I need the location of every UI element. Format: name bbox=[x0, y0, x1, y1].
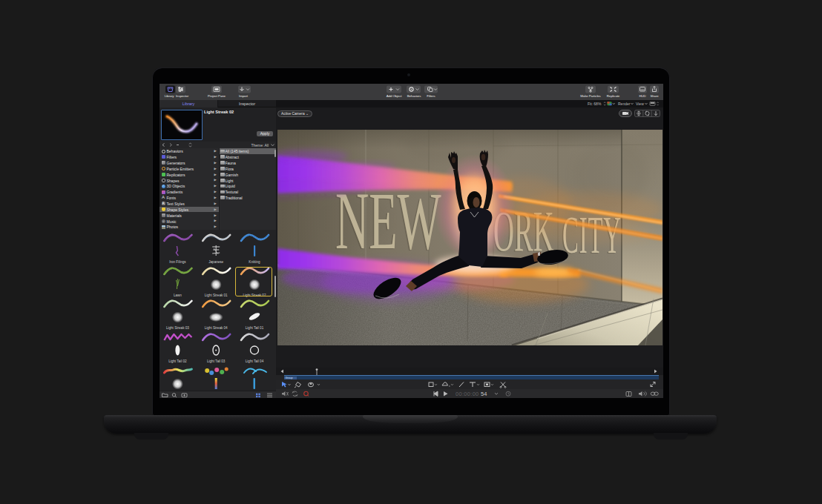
svg-text:54: 54 bbox=[481, 391, 487, 397]
svg-text:00:00:00: 00:00:00 bbox=[456, 391, 479, 397]
